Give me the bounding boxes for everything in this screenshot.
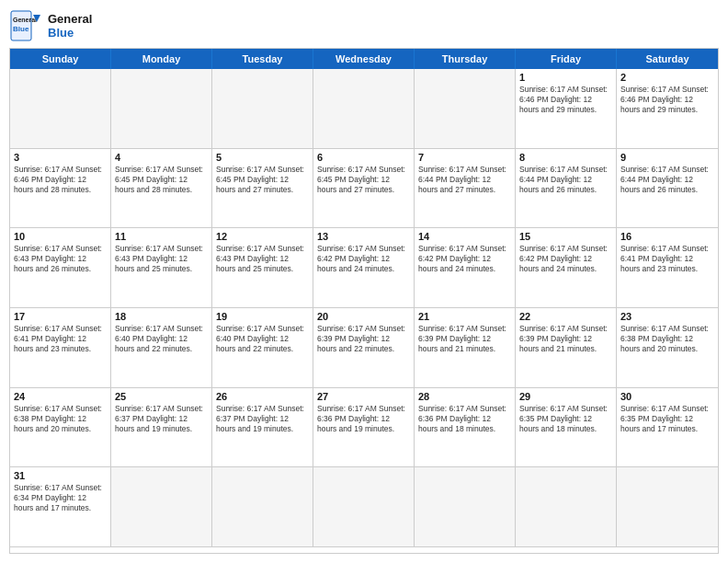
calendar-cell xyxy=(111,467,212,547)
calendar-cell: 29Sunrise: 6:17 AM Sunset: 6:35 PM Dayli… xyxy=(516,388,617,468)
date-number: 24 xyxy=(14,391,107,402)
cell-content: Sunrise: 6:17 AM Sunset: 6:42 PM Dayligh… xyxy=(317,244,410,274)
date-number: 28 xyxy=(418,391,511,402)
calendar-cell xyxy=(212,467,313,547)
date-number: 31 xyxy=(14,470,107,481)
calendar-cell xyxy=(313,467,415,547)
cell-content: Sunrise: 6:17 AM Sunset: 6:46 PM Dayligh… xyxy=(620,85,714,115)
date-number: 25 xyxy=(115,391,208,402)
calendar-cell: 3Sunrise: 6:17 AM Sunset: 6:46 PM Daylig… xyxy=(10,149,111,229)
cell-content: Sunrise: 6:17 AM Sunset: 6:40 PM Dayligh… xyxy=(216,324,309,354)
cell-content: Sunrise: 6:17 AM Sunset: 6:35 PM Dayligh… xyxy=(519,404,612,434)
date-number: 17 xyxy=(14,311,107,322)
cell-content: Sunrise: 6:17 AM Sunset: 6:46 PM Dayligh… xyxy=(519,85,612,115)
calendar-cell xyxy=(516,467,617,547)
date-number: 26 xyxy=(216,391,309,402)
cell-content: Sunrise: 6:17 AM Sunset: 6:44 PM Dayligh… xyxy=(519,165,612,195)
cell-content: Sunrise: 6:17 AM Sunset: 6:45 PM Dayligh… xyxy=(216,165,309,195)
cell-content: Sunrise: 6:17 AM Sunset: 6:35 PM Dayligh… xyxy=(620,404,714,434)
calendar-cell: 8Sunrise: 6:17 AM Sunset: 6:44 PM Daylig… xyxy=(516,149,617,229)
calendar-cell: 1Sunrise: 6:17 AM Sunset: 6:46 PM Daylig… xyxy=(516,69,617,149)
calendar-cell xyxy=(10,69,111,149)
calendar-cell: 6Sunrise: 6:17 AM Sunset: 6:45 PM Daylig… xyxy=(313,149,415,229)
date-number: 14 xyxy=(418,231,511,242)
cell-content: Sunrise: 6:17 AM Sunset: 6:41 PM Dayligh… xyxy=(620,244,714,274)
date-number: 2 xyxy=(620,72,714,83)
logo-blue-label: Blue xyxy=(48,26,92,40)
calendar-cell: 22Sunrise: 6:17 AM Sunset: 6:39 PM Dayli… xyxy=(516,308,617,388)
cell-content: Sunrise: 6:17 AM Sunset: 6:38 PM Dayligh… xyxy=(620,324,714,354)
calendar-cell: 5Sunrise: 6:17 AM Sunset: 6:45 PM Daylig… xyxy=(212,149,313,229)
calendar-cell: 17Sunrise: 6:17 AM Sunset: 6:41 PM Dayli… xyxy=(10,308,111,388)
svg-text:General: General xyxy=(13,17,37,23)
date-number: 3 xyxy=(14,152,107,163)
date-number: 10 xyxy=(14,231,107,242)
cell-content: Sunrise: 6:17 AM Sunset: 6:40 PM Dayligh… xyxy=(115,324,208,354)
cell-content: Sunrise: 6:17 AM Sunset: 6:44 PM Dayligh… xyxy=(620,165,714,195)
date-number: 5 xyxy=(216,152,309,163)
cell-content: Sunrise: 6:17 AM Sunset: 6:42 PM Dayligh… xyxy=(418,244,511,274)
calendar-cell: 19Sunrise: 6:17 AM Sunset: 6:40 PM Dayli… xyxy=(212,308,313,388)
day-header-saturday: Saturday xyxy=(617,49,718,69)
logo: General Blue General Blue xyxy=(9,9,92,42)
date-number: 22 xyxy=(519,311,612,322)
cell-content: Sunrise: 6:17 AM Sunset: 6:36 PM Dayligh… xyxy=(418,404,511,434)
calendar-cell: 9Sunrise: 6:17 AM Sunset: 6:44 PM Daylig… xyxy=(617,149,718,229)
cell-content: Sunrise: 6:17 AM Sunset: 6:45 PM Dayligh… xyxy=(317,165,410,195)
date-number: 12 xyxy=(216,231,309,242)
cell-content: Sunrise: 6:17 AM Sunset: 6:43 PM Dayligh… xyxy=(115,244,208,274)
logo-general-label: General xyxy=(48,12,92,26)
cell-content: Sunrise: 6:17 AM Sunset: 6:39 PM Dayligh… xyxy=(519,324,612,354)
logo-svg: General Blue xyxy=(9,9,42,42)
calendar-cell: 15Sunrise: 6:17 AM Sunset: 6:42 PM Dayli… xyxy=(516,228,617,308)
day-header-tuesday: Tuesday xyxy=(212,49,313,69)
cell-content: Sunrise: 6:17 AM Sunset: 6:39 PM Dayligh… xyxy=(418,324,511,354)
calendar-cell: 13Sunrise: 6:17 AM Sunset: 6:42 PM Dayli… xyxy=(313,228,415,308)
day-header-wednesday: Wednesday xyxy=(313,49,415,69)
date-number: 16 xyxy=(620,231,714,242)
calendar-cell: 16Sunrise: 6:17 AM Sunset: 6:41 PM Dayli… xyxy=(617,228,718,308)
calendar-cell: 11Sunrise: 6:17 AM Sunset: 6:43 PM Dayli… xyxy=(111,228,212,308)
date-number: 30 xyxy=(620,391,714,402)
calendar-cell: 28Sunrise: 6:17 AM Sunset: 6:36 PM Dayli… xyxy=(415,388,516,468)
calendar-cell: 14Sunrise: 6:17 AM Sunset: 6:42 PM Dayli… xyxy=(415,228,516,308)
cell-content: Sunrise: 6:17 AM Sunset: 6:34 PM Dayligh… xyxy=(14,483,107,513)
date-number: 9 xyxy=(620,152,714,163)
date-number: 13 xyxy=(317,231,410,242)
calendar-cell: 20Sunrise: 6:17 AM Sunset: 6:39 PM Dayli… xyxy=(313,308,415,388)
calendar-cell: 10Sunrise: 6:17 AM Sunset: 6:43 PM Dayli… xyxy=(10,228,111,308)
calendar-cell: 31Sunrise: 6:17 AM Sunset: 6:34 PM Dayli… xyxy=(10,467,111,547)
date-number: 21 xyxy=(418,311,511,322)
date-number: 1 xyxy=(519,72,612,83)
cell-content: Sunrise: 6:17 AM Sunset: 6:42 PM Dayligh… xyxy=(519,244,612,274)
cell-content: Sunrise: 6:17 AM Sunset: 6:37 PM Dayligh… xyxy=(216,404,309,434)
calendar-cell: 2Sunrise: 6:17 AM Sunset: 6:46 PM Daylig… xyxy=(617,69,718,149)
calendar-cell: 12Sunrise: 6:17 AM Sunset: 6:43 PM Dayli… xyxy=(212,228,313,308)
calendar-cell: 7Sunrise: 6:17 AM Sunset: 6:44 PM Daylig… xyxy=(415,149,516,229)
cell-content: Sunrise: 6:17 AM Sunset: 6:44 PM Dayligh… xyxy=(418,165,511,195)
cell-content: Sunrise: 6:17 AM Sunset: 6:36 PM Dayligh… xyxy=(317,404,410,434)
date-number: 4 xyxy=(115,152,208,163)
calendar-cell: 26Sunrise: 6:17 AM Sunset: 6:37 PM Dayli… xyxy=(212,388,313,468)
calendar-cell xyxy=(212,69,313,149)
day-header-monday: Monday xyxy=(111,49,212,69)
day-header-friday: Friday xyxy=(516,49,617,69)
date-number: 29 xyxy=(519,391,612,402)
calendar-cell xyxy=(111,69,212,149)
cell-content: Sunrise: 6:17 AM Sunset: 6:38 PM Dayligh… xyxy=(14,404,107,434)
date-number: 7 xyxy=(418,152,511,163)
day-header-thursday: Thursday xyxy=(415,49,516,69)
date-number: 6 xyxy=(317,152,410,163)
calendar: SundayMondayTuesdayWednesdayThursdayFrid… xyxy=(9,48,719,554)
calendar-cell: 24Sunrise: 6:17 AM Sunset: 6:38 PM Dayli… xyxy=(10,388,111,468)
cell-content: Sunrise: 6:17 AM Sunset: 6:41 PM Dayligh… xyxy=(14,324,107,354)
cell-content: Sunrise: 6:17 AM Sunset: 6:37 PM Dayligh… xyxy=(115,404,208,434)
date-number: 8 xyxy=(519,152,612,163)
date-number: 27 xyxy=(317,391,410,402)
day-headers: SundayMondayTuesdayWednesdayThursdayFrid… xyxy=(10,49,718,69)
calendar-cell: 21Sunrise: 6:17 AM Sunset: 6:39 PM Dayli… xyxy=(415,308,516,388)
cell-content: Sunrise: 6:17 AM Sunset: 6:45 PM Dayligh… xyxy=(115,165,208,195)
calendar-cell: 23Sunrise: 6:17 AM Sunset: 6:38 PM Dayli… xyxy=(617,308,718,388)
day-header-sunday: Sunday xyxy=(10,49,111,69)
calendar-cell: 25Sunrise: 6:17 AM Sunset: 6:37 PM Dayli… xyxy=(111,388,212,468)
